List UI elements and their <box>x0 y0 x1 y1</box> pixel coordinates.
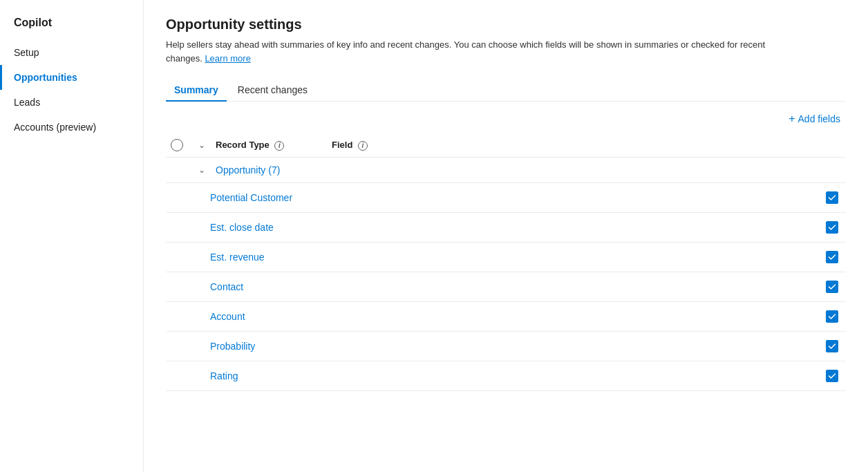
opp-chevron-col: ⌄ <box>194 165 210 175</box>
header-field: Field i <box>332 140 846 151</box>
add-fields-row: + Add fields <box>166 113 846 125</box>
field-checkbox-checked[interactable] <box>826 221 838 234</box>
field-checkbox-col <box>818 340 846 352</box>
field-name[interactable]: Est. close date <box>166 222 813 233</box>
header-chevron-col: ⌄ <box>194 140 210 150</box>
opportunity-label[interactable]: Opportunity (7) <box>216 164 280 176</box>
table-row: Account <box>166 302 846 332</box>
description-text: Help sellers stay ahead with summaries o… <box>166 39 765 64</box>
sidebar-item-setup[interactable]: Setup <box>0 40 143 65</box>
field-label: Field <box>332 140 352 150</box>
field-checkbox-checked[interactable] <box>826 340 838 352</box>
sidebar-item-opportunities[interactable]: Opportunities <box>0 65 143 90</box>
field-info-icon[interactable]: i <box>358 141 368 151</box>
table-row: Rating <box>166 361 846 391</box>
field-checkbox-col <box>818 251 846 263</box>
field-name[interactable]: Est. revenue <box>166 252 813 263</box>
field-rows-container: Potential Customer Est. close date Est. … <box>166 183 846 391</box>
header-checkbox-col <box>166 139 188 151</box>
table-row: Est. revenue <box>166 243 846 272</box>
add-fields-button[interactable]: + Add fields <box>789 113 840 125</box>
table-row: Probability <box>166 332 846 361</box>
field-checkbox-col <box>818 310 846 323</box>
field-name[interactable]: Rating <box>166 370 813 381</box>
tab-recent-changes[interactable]: Recent changes <box>229 79 316 101</box>
tabs-container: Summary Recent changes <box>166 79 846 102</box>
field-name[interactable]: Probability <box>166 341 813 352</box>
opportunity-label-col: Opportunity (7) <box>216 164 326 176</box>
record-type-label: Record Type <box>216 140 270 150</box>
add-fields-label: Add fields <box>798 113 840 124</box>
field-checkbox-checked[interactable] <box>826 191 838 204</box>
header-circle-checkbox[interactable] <box>171 139 183 151</box>
field-checkbox-checked[interactable] <box>826 281 838 293</box>
field-checkbox-checked[interactable] <box>826 251 838 263</box>
main-content: Opportunity settings Help sellers stay a… <box>144 0 868 472</box>
field-checkbox-col <box>818 281 846 293</box>
field-name[interactable]: Potential Customer <box>166 192 813 203</box>
learn-more-link[interactable]: Learn more <box>205 53 250 64</box>
header-chevron-icon[interactable]: ⌄ <box>198 140 205 150</box>
field-name[interactable]: Contact <box>166 281 813 292</box>
sidebar: Copilot Setup Opportunities Leads Accoun… <box>0 0 144 472</box>
header-record-type: Record Type i <box>216 140 326 151</box>
page-title: Opportunity settings <box>166 17 846 32</box>
table-row: Contact <box>166 272 846 302</box>
table-row: Est. close date <box>166 213 846 243</box>
table-row: Potential Customer <box>166 183 846 213</box>
field-checkbox-col <box>818 370 846 382</box>
field-name[interactable]: Account <box>166 311 813 322</box>
sidebar-title: Copilot <box>0 11 143 40</box>
page-description: Help sellers stay ahead with summaries o… <box>166 38 788 65</box>
record-type-info-icon[interactable]: i <box>274 141 284 151</box>
opportunity-row: ⌄ Opportunity (7) <box>166 158 846 183</box>
plus-icon: + <box>789 113 795 125</box>
field-checkbox-checked[interactable] <box>826 310 838 323</box>
sidebar-item-accounts[interactable]: Accounts (preview) <box>0 115 143 140</box>
table-header: ⌄ Record Type i Field i <box>166 133 846 158</box>
tab-summary[interactable]: Summary <box>166 79 227 101</box>
field-checkbox-col <box>818 191 846 204</box>
field-checkbox-col <box>818 221 846 234</box>
field-checkbox-checked[interactable] <box>826 370 838 382</box>
opp-chevron-icon[interactable]: ⌄ <box>198 165 205 175</box>
sidebar-item-leads[interactable]: Leads <box>0 90 143 115</box>
